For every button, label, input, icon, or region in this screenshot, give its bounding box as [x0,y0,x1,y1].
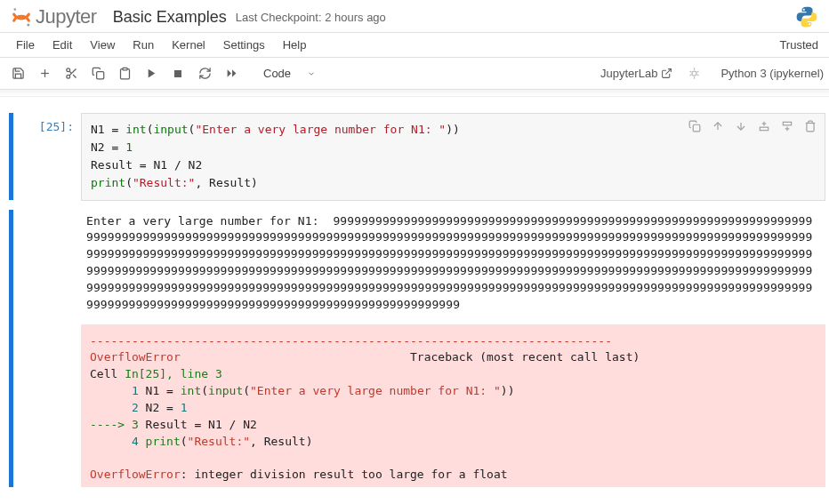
menu-run[interactable]: Run [124,35,163,55]
svg-rect-29 [783,122,791,125]
header-right [795,5,818,28]
toolbar-shadow [0,90,829,97]
insert-below-button[interactable] [780,119,794,133]
move-down-button[interactable] [734,119,748,133]
svg-line-20 [697,71,699,72]
chevron-down-icon [307,69,316,78]
insert-above-button[interactable] [757,119,771,133]
run-button[interactable] [139,62,164,85]
move-up-button[interactable] [711,119,725,133]
svg-point-1 [27,23,29,26]
paste-button[interactable] [112,62,137,85]
restart-run-all-button[interactable] [219,62,244,85]
svg-line-21 [689,75,691,76]
cell-bar [9,113,13,200]
notebook-title[interactable]: Basic Examples [113,8,227,27]
svg-rect-9 [96,72,103,79]
svg-rect-12 [174,70,181,77]
jupyter-logo-text: Jupyter [36,5,97,28]
menu-edit[interactable]: Edit [44,35,81,55]
svg-point-0 [13,8,16,11]
menu-settings[interactable]: Settings [214,35,274,55]
header: Jupyter Basic Examples Last Checkpoint: … [0,0,829,33]
open-jupyterlab-button[interactable]: JupyterLab [600,67,672,80]
menu-help[interactable]: Help [274,35,316,55]
duplicate-cell-button[interactable] [688,119,702,133]
python-icon [795,5,818,28]
svg-point-4 [66,68,69,72]
stdout-output: Enter a very large number for N1: 999999… [81,210,825,324]
svg-rect-23 [693,124,700,132]
stop-button[interactable] [165,62,190,85]
add-cell-button[interactable] [32,62,57,85]
menu-file[interactable]: File [7,35,44,55]
debugger-button[interactable] [681,62,706,85]
svg-rect-10 [123,68,127,70]
notebook-area: [25]: N1 = int(input("Enter a very large… [0,97,829,487]
kernel-name[interactable]: Python 3 (ipykernel) [720,67,824,80]
code-editor[interactable]: N1 = int(input("Enter a very large numbe… [81,113,825,201]
cell-prompt: [25]: [19,113,81,201]
cut-button[interactable] [59,62,84,85]
svg-point-16 [692,71,696,76]
external-link-icon [661,68,672,79]
error-output: ----------------------------------------… [81,324,825,488]
jupyterlab-label: JupyterLab [600,67,657,80]
svg-line-8 [69,71,71,73]
svg-marker-11 [148,69,155,78]
restart-button[interactable] [192,62,217,85]
svg-rect-26 [760,127,768,131]
svg-line-15 [666,69,672,75]
celltype-label: Code [263,67,291,80]
svg-line-19 [689,71,691,72]
jupyter-icon [11,6,32,28]
svg-marker-13 [227,69,230,77]
menubar: File Edit View Run Kernel Settings Help … [0,33,829,58]
menu-kernel[interactable]: Kernel [163,35,214,55]
code-cell[interactable]: [25]: N1 = int(input("Enter a very large… [9,113,825,201]
svg-point-5 [66,75,69,78]
svg-marker-14 [232,69,236,77]
celltype-select[interactable]: Code [251,63,325,84]
save-button[interactable] [5,62,30,85]
copy-button[interactable] [85,62,110,85]
svg-line-7 [73,75,76,77]
menu-view[interactable]: View [81,35,124,55]
output-bar [9,210,13,488]
output-wrap: Enter a very large number for N1: 999999… [9,210,825,488]
toolbar: Code JupyterLab Python 3 (ipykernel) [0,58,829,90]
svg-line-22 [697,75,699,76]
cell-toolbar [688,119,817,133]
delete-cell-button[interactable] [803,119,817,133]
trusted-indicator[interactable]: Trusted [779,38,822,52]
jupyter-logo[interactable]: Jupyter [11,5,97,28]
checkpoint-text: Last Checkpoint: 2 hours ago [236,11,386,24]
